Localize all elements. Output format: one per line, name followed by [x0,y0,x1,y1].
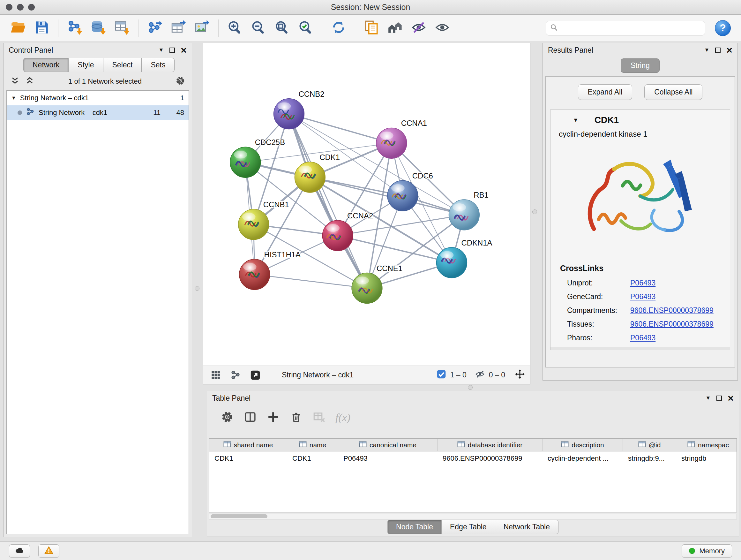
tab-network-table[interactable]: Network Table [495,520,558,534]
table-gear-icon[interactable] [220,410,234,425]
section-collapse-icon[interactable]: ▼ [573,117,579,124]
new-network-button[interactable] [144,17,166,39]
import-table-button[interactable] [111,17,133,39]
network-row-selected[interactable]: String Network – cdk1 11 48 [7,105,189,120]
results-scrollbar[interactable] [550,347,730,350]
open-in-new-icon[interactable] [248,368,263,382]
zoom-fit-button[interactable] [271,17,293,39]
network-node-rb1[interactable]: RB1 [449,191,488,230]
scrollbar-thumb[interactable] [211,514,267,518]
zoom-selected-button[interactable] [294,17,317,39]
column-header-shared-name[interactable]: shared name [209,439,287,451]
network-canvas[interactable]: CCNB2 CCNA1 CDC25B CDK1 CDC6 [203,43,530,366]
network-collection-row[interactable]: ▼ String Network – cdk1 1 [7,91,189,105]
hide-graphics-details-button[interactable] [408,17,430,39]
column-header-description[interactable]: description [542,439,623,451]
control-panel-close-icon[interactable]: × [181,47,187,53]
grid-view-icon[interactable] [208,368,223,382]
column-header-database-identifier[interactable]: database identifier [437,439,542,451]
results-panel-menu-icon[interactable]: ▼ [704,47,710,53]
splitter-handle[interactable] [468,385,473,390]
results-panel-float-icon[interactable] [715,48,721,53]
network-snapshot-button[interactable] [360,17,383,39]
network-node-cdc25b[interactable]: CDC25B [230,138,285,178]
tab-node-table[interactable]: Node Table [387,520,441,534]
table-horizontal-scrollbar[interactable] [209,514,737,519]
show-graphics-details-button[interactable] [431,17,454,39]
splitter-handle[interactable] [195,286,199,291]
collapse-all-button[interactable]: Collapse All [644,84,702,100]
network-selection-row: 1 of 1 Network selected [3,72,192,91]
selected-checkbox-icon[interactable] [436,369,447,381]
network-node-ccnb2[interactable]: CCNB2 [274,90,325,129]
network-node-cdk1[interactable]: CDK1 [294,153,340,192]
add-column-icon[interactable] [266,410,280,425]
network-node-ccnb1[interactable]: CCNB1 [239,200,289,240]
crosslink-tissues-link[interactable]: 9606.ENSP00000378699 [630,320,714,328]
node-label: CCNA1 [401,119,427,127]
move-crosshair-icon[interactable] [515,369,525,381]
table-panel-menu-icon[interactable]: ▼ [705,395,711,401]
network-edge[interactable] [289,114,391,143]
table-row[interactable]: CDK1CDK1P064939606.ENSP00000378699cyclin… [209,451,737,465]
tab-edge-table[interactable]: Edge Table [441,520,495,534]
import-network-file-button[interactable] [64,17,86,39]
hidden-eye-slash-icon[interactable] [475,369,485,381]
results-panel-close-icon[interactable]: × [726,47,732,53]
network-edge[interactable] [310,177,464,215]
open-folder-icon [10,19,26,37]
column-header-namespac[interactable]: namespac [676,439,737,451]
tab-network[interactable]: Network [23,58,68,72]
network-share-icon[interactable] [228,368,243,382]
crosslink-genecard-link[interactable]: P06493 [630,293,656,301]
network-edge[interactable] [255,274,367,288]
select-columns-icon[interactable] [244,410,257,425]
hidden-node-edge-counts: 0 – 0 [489,371,505,379]
help-button[interactable]: ? [715,20,731,36]
expand-all-icon[interactable] [24,76,35,87]
control-panel-float-icon[interactable] [170,48,175,53]
string-results-content: Expand All Collapse All ▼ CDK1 cyclin-de… [545,76,735,368]
window-title: Session: New Session [0,3,741,12]
birdseye-view-button[interactable] [384,17,406,39]
tab-select[interactable]: Select [103,58,142,72]
open-session-button[interactable] [7,17,29,39]
protein-description: cyclin-dependent kinase 1 [559,130,730,138]
warnings-button[interactable] [38,544,59,558]
cloud-button[interactable] [9,544,30,558]
import-network-database-button[interactable] [87,17,110,39]
crosslink-pharos-link[interactable]: P06493 [630,334,656,342]
export-table-button[interactable] [167,17,190,39]
column-header-canonical-name[interactable]: canonical name [338,439,437,451]
control-panel-menu-icon[interactable]: ▼ [158,47,164,53]
tab-sets[interactable]: Sets [141,58,175,72]
tab-string[interactable]: String [621,58,660,73]
network-node-hist1h1a[interactable]: HIST1H1A [239,250,300,290]
tab-style[interactable]: Style [68,58,103,72]
apply-layout-button[interactable] [327,17,350,39]
save-session-button[interactable] [30,17,53,39]
table-panel-close-icon[interactable]: × [728,395,734,401]
column-header-name[interactable]: name [287,439,338,451]
search-input[interactable] [561,24,701,32]
column-header-id[interactable]: @id [623,439,676,451]
memory-button[interactable]: Memory [682,544,732,558]
network-node-ccna1[interactable]: CCNA1 [376,119,427,159]
export-image-button[interactable] [191,17,213,39]
network-node-cdkn1a[interactable]: CDKN1A [436,239,492,278]
network-edge[interactable] [289,114,367,288]
expand-all-button[interactable]: Expand All [578,84,632,100]
tree-expand-icon[interactable]: ▼ [11,95,16,101]
delete-column-icon[interactable] [289,410,303,425]
network-graph[interactable]: CCNB2 CCNA1 CDC25B CDK1 CDC6 [203,43,530,366]
splitter-handle[interactable] [532,209,537,214]
crosslink-compartments-link[interactable]: 9606.ENSP00000378699 [630,306,714,315]
gear-icon[interactable] [175,76,185,87]
column-icon [638,441,646,449]
zoom-in-button[interactable] [224,17,246,39]
control-panel-tabs: NetworkStyleSelectSets [23,58,192,72]
table-panel-float-icon[interactable] [717,395,722,401]
collapse-all-icon[interactable] [10,76,20,87]
crosslink-uniprot-link[interactable]: P06493 [630,279,656,287]
zoom-out-button[interactable] [247,17,270,39]
